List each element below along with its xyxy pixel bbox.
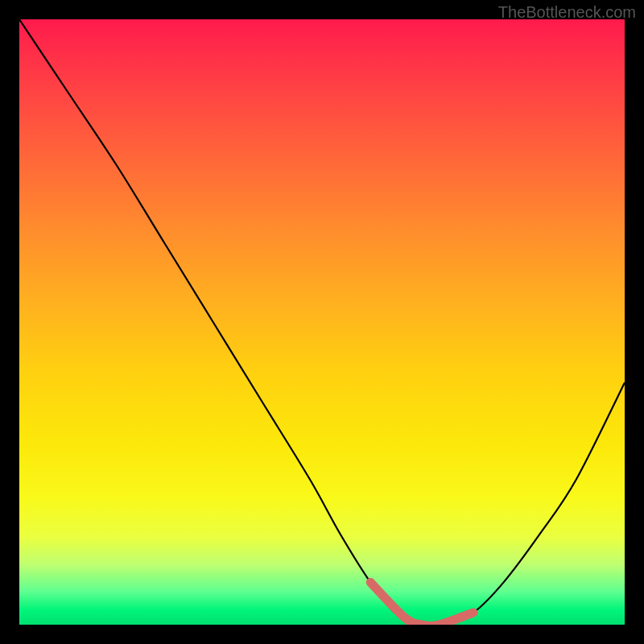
optimal-band: [19, 19, 625, 625]
chart-plot-area: [19, 19, 625, 625]
watermark-text: TheBottleneck.com: [498, 3, 636, 22]
